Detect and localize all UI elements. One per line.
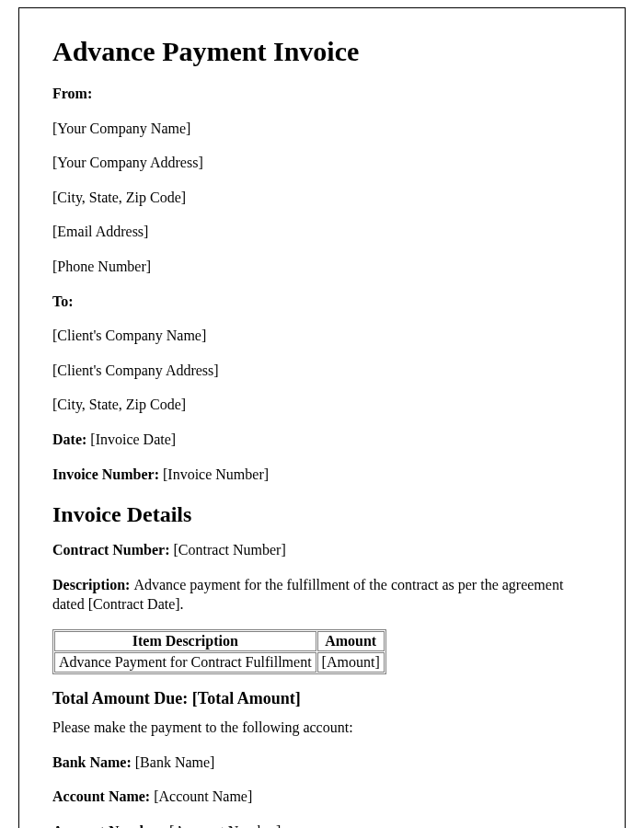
invoice-table: Item Description Amount Advance Payment … (52, 629, 386, 674)
total-due-line: Total Amount Due: [Total Amount] (52, 689, 592, 708)
from-email: [Email Address] (52, 222, 592, 242)
contract-number-label: Contract Number: (52, 542, 174, 558)
total-due-value: [Total Amount] (192, 689, 301, 707)
account-number-value: [Account Number] (169, 823, 281, 828)
invoice-number-line: Invoice Number: [Invoice Number] (52, 465, 592, 485)
invoice-number-label: Invoice Number: (52, 466, 163, 482)
date-line: Date: [Invoice Date] (52, 430, 592, 450)
invoice-title: Advance Payment Invoice (52, 36, 592, 67)
table-header-description: Item Description (54, 631, 316, 651)
total-due-label: Total Amount Due: (52, 689, 192, 707)
bank-name-label: Bank Name: (52, 754, 135, 770)
to-city-state-zip: [City, State, Zip Code] (52, 395, 592, 415)
to-label: To: (52, 292, 592, 312)
table-cell-description: Advance Payment for Contract Fulfillment (54, 652, 316, 673)
to-company-name: [Client's Company Name] (52, 326, 592, 346)
date-value: [Invoice Date] (90, 431, 176, 447)
account-number-line: Account Number: [Account Number] (52, 822, 592, 828)
from-phone: [Phone Number] (52, 257, 592, 277)
table-row: Advance Payment for Contract Fulfillment… (54, 652, 385, 673)
table-cell-amount: [Amount] (317, 652, 385, 673)
table-header-row: Item Description Amount (54, 631, 385, 651)
from-company-address: [Your Company Address] (52, 153, 592, 173)
from-label: From: (52, 84, 592, 104)
from-company-name: [Your Company Name] (52, 119, 592, 139)
invoice-details-heading: Invoice Details (52, 502, 592, 527)
account-name-label: Account Name: (52, 788, 154, 804)
description-label: Description: (52, 577, 133, 592)
table-header-amount: Amount (317, 631, 385, 651)
bank-name-line: Bank Name: [Bank Name] (52, 753, 592, 773)
contract-number-line: Contract Number: [Contract Number] (52, 540, 592, 560)
to-company-address: [Client's Company Address] (52, 361, 592, 381)
account-name-value: [Account Name] (154, 788, 252, 804)
invoice-page: Advance Payment Invoice From: [Your Comp… (18, 7, 626, 828)
description-line: Description: Advance payment for the ful… (52, 575, 592, 615)
account-name-line: Account Name: [Account Name] (52, 787, 592, 807)
date-label: Date: (52, 431, 90, 447)
payment-instruction: Please make the payment to the following… (52, 718, 592, 738)
invoice-number-value: [Invoice Number] (163, 466, 269, 482)
bank-name-value: [Bank Name] (135, 754, 215, 770)
from-city-state-zip: [City, State, Zip Code] (52, 188, 592, 208)
contract-number-value: [Contract Number] (174, 542, 286, 558)
account-number-label: Account Number: (52, 823, 169, 828)
